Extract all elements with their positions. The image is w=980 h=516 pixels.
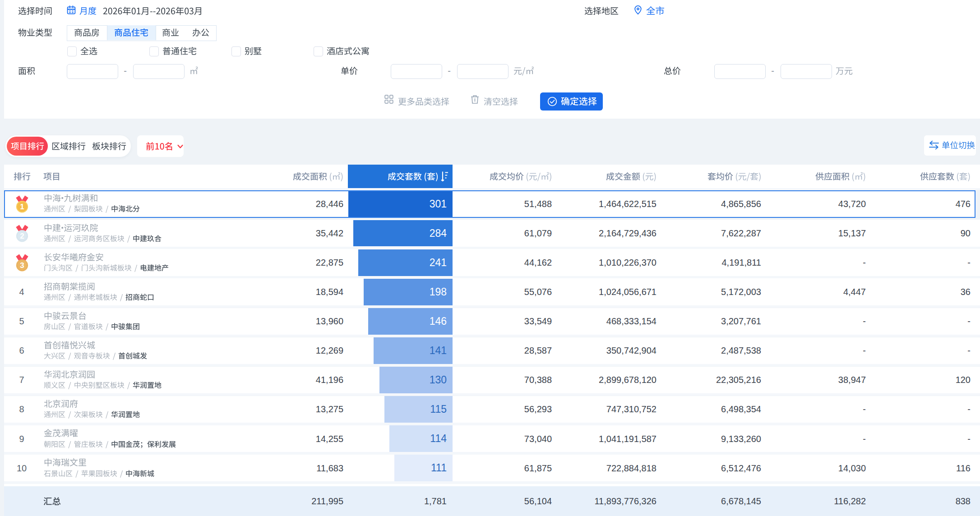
svg-text:3: 3: [20, 262, 24, 270]
svg-text:1: 1: [20, 203, 24, 211]
svg-text:2: 2: [20, 232, 24, 241]
